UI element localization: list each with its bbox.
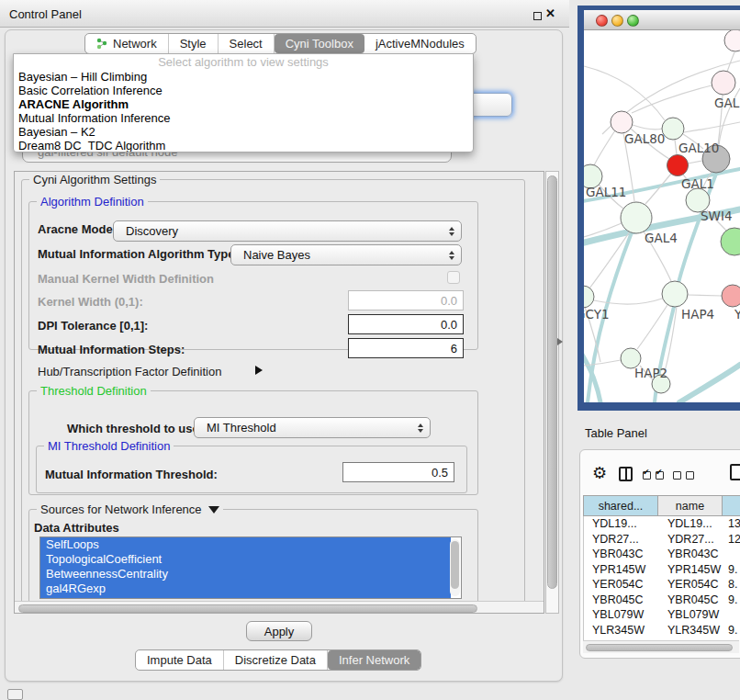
tab-style[interactable]: Style — [169, 34, 219, 53]
table-row[interactable]: YBR045CYBR045C9. — [584, 593, 740, 608]
network-node[interactable] — [584, 286, 594, 308]
tab-impute-data[interactable]: Impute Data — [136, 650, 224, 670]
unchecked-checkbox-icon[interactable] — [686, 471, 694, 480]
cell-shared[interactable]: YLR345W — [584, 624, 659, 637]
cell-shared[interactable]: YBR043C — [584, 548, 659, 560]
close-icon[interactable]: ✕ — [545, 6, 555, 20]
dropdown-item[interactable]: Bayesian – K2 — [14, 125, 473, 139]
table-row[interactable]: YDR27...YDR27...12 — [584, 532, 740, 548]
table-hscroll-thumb[interactable] — [586, 644, 733, 651]
cell-shared[interactable]: YPR145W — [584, 563, 659, 576]
tab-jactivemnodules[interactable]: jActiveMNodules — [364, 34, 476, 53]
unchecked-checkbox-icon[interactable] — [673, 471, 681, 480]
table-row[interactable]: YBL079WYBL079W — [584, 607, 740, 623]
tab-network[interactable]: Network — [85, 34, 169, 53]
hscroll-thumb[interactable] — [18, 604, 477, 613]
network-node[interactable] — [662, 118, 684, 140]
network-node[interactable] — [667, 155, 689, 176]
node-label: GAL1 — [681, 176, 714, 191]
cell-name[interactable]: YBR043C — [659, 548, 723, 560]
mi-threshold-field[interactable]: 0.5 — [342, 462, 454, 482]
which-threshold-combo[interactable]: MI Threshold — [194, 417, 431, 438]
node-label: SWI4 — [701, 209, 733, 223]
cell-shared[interactable]: YER054C — [584, 578, 659, 591]
cell-shared[interactable]: YBL079W — [584, 608, 659, 621]
tab-jactivemnodules-label: jActiveMNodules — [376, 37, 465, 51]
network-window-titlebar[interactable] — [584, 10, 740, 30]
cell-name[interactable]: YLR345W — [659, 624, 723, 637]
cell-value[interactable]: 8. — [723, 578, 740, 591]
dropdown-item[interactable]: Mutual Information Inference — [14, 111, 473, 125]
node-label: HAP2 — [634, 366, 667, 380]
attribute-list-scrollbar[interactable] — [450, 539, 460, 596]
tab-infer-network[interactable]: Infer Network — [328, 650, 420, 670]
close-traffic-light-icon[interactable] — [596, 15, 608, 27]
attribute-item[interactable]: SelfLoops — [40, 537, 451, 552]
hub-definition-label[interactable]: Hub/Transcription Factor Definition — [38, 365, 221, 378]
network-node[interactable] — [721, 228, 740, 255]
cell-shared[interactable]: YDR27... — [584, 533, 659, 546]
dpi-tolerance-field[interactable]: 0.0 — [348, 314, 464, 334]
column-header-extra[interactable] — [723, 495, 740, 516]
tab-cyni-toolbox[interactable]: Cyni Toolbox — [275, 34, 364, 53]
columns-icon[interactable] — [619, 467, 633, 481]
document-icon[interactable] — [730, 464, 740, 480]
mi-steps-field[interactable]: 6 — [348, 338, 464, 358]
cell-value[interactable]: 13 — [723, 517, 740, 530]
network-node[interactable] — [662, 281, 688, 307]
cell-name[interactable]: YPR145W — [659, 563, 723, 576]
table-panel-title: Table Panel — [585, 426, 647, 440]
cell-shared[interactable]: YBR045C — [584, 593, 659, 606]
network-node[interactable] — [621, 202, 652, 233]
cell-value[interactable]: 12 — [723, 533, 740, 546]
gear-icon[interactable]: ⚙ — [592, 463, 607, 482]
cell-value[interactable]: 9. — [723, 624, 740, 637]
float-window-icon[interactable] — [533, 12, 542, 20]
table-row[interactable]: YBR043CYBR043C — [584, 547, 740, 562]
minimize-traffic-light-icon[interactable] — [611, 15, 623, 27]
dropdown-item-selected[interactable]: ARACNE Algorithm — [14, 97, 473, 111]
dropdown-item[interactable]: Dream8 DC_TDC Algorithm — [14, 139, 473, 152]
checked-checkbox-icon[interactable] — [656, 471, 664, 480]
mi-type-combo[interactable]: Naive Bayes — [230, 244, 462, 265]
dropdown-item[interactable]: Basic Correlation Inference — [14, 84, 473, 97]
splitter-arrow-icon[interactable] — [557, 338, 563, 345]
cell-name[interactable]: YDL19... — [659, 517, 723, 530]
tab-discretize-data[interactable]: Discretize Data — [224, 650, 328, 670]
network-node[interactable] — [611, 111, 633, 133]
network-node[interactable] — [722, 285, 740, 307]
cell-shared[interactable]: YDL19... — [584, 517, 659, 530]
algorithm-dropdown-popup: Select algorithm to view settings Bayesi… — [13, 53, 474, 152]
table-row[interactable]: YDL19...YDL19...13 — [584, 516, 740, 532]
hub-disclosure-arrow-icon[interactable] — [255, 366, 263, 375]
column-header-shared[interactable]: shared... — [583, 495, 658, 516]
attribute-item[interactable]: TopologicalCoefficient — [40, 552, 451, 567]
table-horizontal-scrollbar[interactable] — [583, 640, 739, 653]
settings-horizontal-scrollbar[interactable] — [15, 601, 544, 614]
cell-name[interactable]: YER054C — [659, 578, 723, 591]
table-row[interactable]: YPR145WYPR145W9. — [584, 562, 740, 578]
cell-value[interactable]: 9. — [723, 563, 740, 576]
checked-checkbox-icon[interactable] — [643, 471, 651, 480]
vscroll-thumb[interactable] — [547, 175, 557, 589]
cell-name[interactable]: YBR045C — [659, 593, 723, 606]
settings-vertical-scrollbar[interactable] — [545, 171, 559, 614]
attribute-item[interactable]: gal4RGexp — [40, 581, 451, 596]
column-header-name[interactable]: name — [658, 495, 723, 516]
cell-name[interactable]: YBL079W — [659, 608, 723, 621]
network-node[interactable] — [712, 71, 735, 95]
tab-select[interactable]: Select — [219, 34, 275, 53]
aracne-mode-combo[interactable]: Discovery — [113, 220, 462, 242]
sources-collapse-arrow-icon[interactable] — [208, 506, 219, 514]
table-row[interactable]: YER054CYER054C8. — [584, 577, 740, 593]
network-view-canvas[interactable]: GAL GAL80 GAL10 GAL1 GAL11 SWI4 GAL4 GCY… — [584, 30, 740, 402]
zoom-traffic-light-icon[interactable] — [627, 15, 639, 27]
cell-value[interactable]: 9. — [723, 593, 740, 606]
bottom-corner-icon[interactable] — [7, 689, 23, 700]
attribute-item[interactable]: BetweennessCentrality — [40, 567, 451, 581]
cell-name[interactable]: YDR27... — [659, 533, 723, 546]
table-row[interactable]: YLR345WYLR345W9. — [584, 623, 740, 638]
dropdown-item[interactable]: Bayesian – Hill Climbing — [14, 70, 473, 84]
network-node[interactable] — [724, 30, 740, 51]
apply-button[interactable]: Apply — [246, 621, 312, 641]
